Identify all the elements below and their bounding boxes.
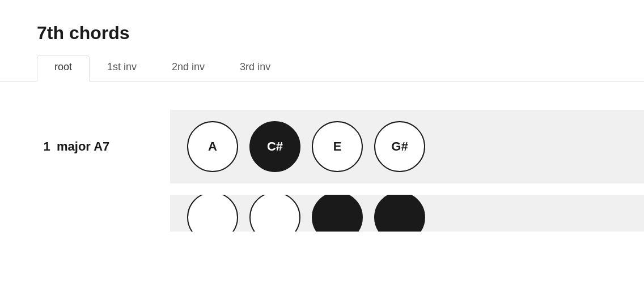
note-2-3[interactable] — [312, 195, 363, 232]
note-2-1[interactable] — [187, 195, 238, 232]
tab-3rd-inv[interactable]: 3rd inv — [222, 55, 288, 81]
content-area: 1 major A7 A C# E G# — [0, 82, 644, 232]
note-2-2[interactable] — [249, 195, 300, 232]
tab-1st-inv[interactable]: 1st inv — [90, 55, 154, 81]
note-Gsharp[interactable]: G# — [374, 121, 425, 172]
page-container: 7th chords root 1st inv 2nd inv 3rd inv … — [0, 0, 644, 304]
chord-name-1: major A7 — [57, 139, 159, 154]
chord-row-2 — [0, 195, 644, 232]
note-Csharp[interactable]: C# — [249, 121, 300, 172]
chord-number-1: 1 — [0, 139, 57, 154]
notes-container-1: A C# E G# — [170, 110, 644, 183]
note-2-4[interactable] — [374, 195, 425, 232]
tab-2nd-inv[interactable]: 2nd inv — [154, 55, 222, 81]
note-A[interactable]: A — [187, 121, 238, 172]
tabs-bar: root 1st inv 2nd inv 3rd inv — [0, 44, 644, 82]
chord-row-1: 1 major A7 A C# E G# — [0, 110, 644, 183]
notes-container-2 — [170, 195, 644, 232]
note-E[interactable]: E — [312, 121, 363, 172]
page-title: 7th chords — [0, 0, 644, 44]
tab-root[interactable]: root — [37, 55, 90, 82]
